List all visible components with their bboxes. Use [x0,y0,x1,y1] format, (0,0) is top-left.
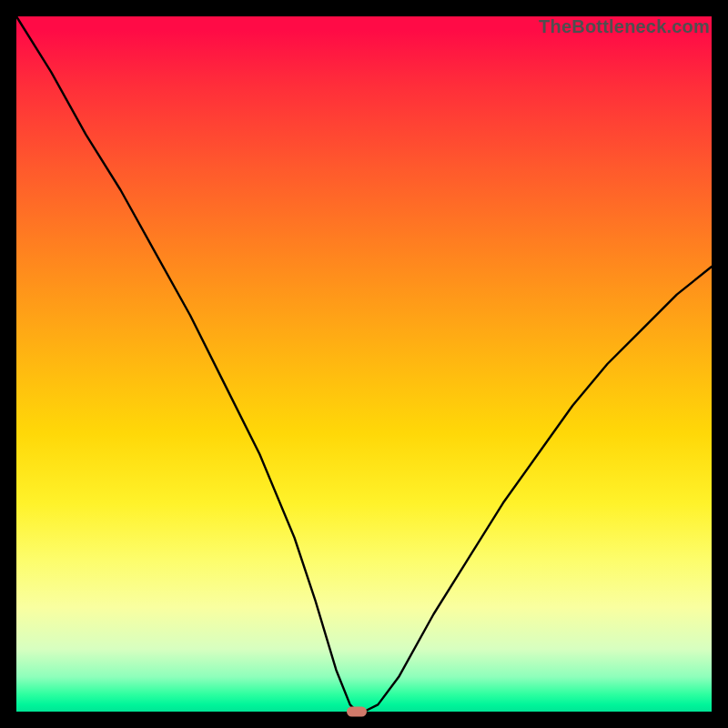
optimal-marker [347,707,367,717]
chart-frame: TheBottleneck.com [0,0,728,728]
watermark-text: TheBottleneck.com [539,16,710,37]
plot-area: TheBottleneck.com [16,16,712,712]
bottleneck-curve [16,16,712,712]
